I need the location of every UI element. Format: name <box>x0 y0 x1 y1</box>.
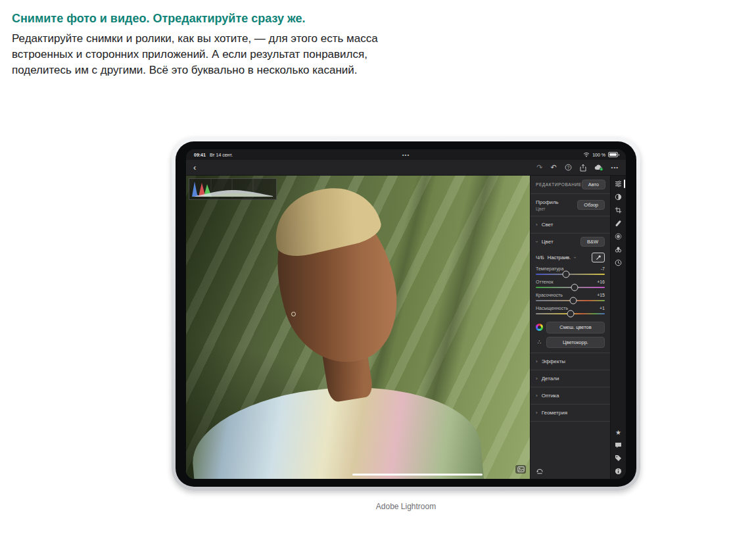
edit-header-row: РЕДАКТИРОВАНИЕ Авто <box>531 176 610 194</box>
chevron-down-icon: › <box>534 241 540 243</box>
undo-icon[interactable]: ↶ <box>550 164 556 171</box>
color-mix-icon[interactable] <box>611 246 626 253</box>
wifi-icon <box>583 152 590 157</box>
page-title: Снимите фото и видео. Отредактируйте сра… <box>12 11 410 26</box>
back-button[interactable]: ‹ <box>193 163 196 172</box>
help-icon[interactable]: ? <box>565 164 572 171</box>
edit-title: РЕДАКТИРОВАНИЕ <box>536 182 582 187</box>
healing-brush-icon[interactable] <box>611 220 626 227</box>
section-effects[interactable]: › Эффекты <box>531 353 610 370</box>
bw-label: Ч/Б <box>536 255 544 260</box>
more-icon[interactable]: ••• <box>611 164 619 170</box>
chevron-right-icon: › <box>536 410 538 416</box>
section-optics[interactable]: › Оптика <box>531 387 610 405</box>
toolbar-actions: ↷ ↶ ? <box>536 164 619 172</box>
section-detail[interactable]: › Детали <box>531 370 610 387</box>
chevron-right-icon: › <box>536 222 538 228</box>
edit-panel: РЕДАКТИРОВАНИЕ Авто Профиль Цвет Обзор ›… <box>530 176 610 479</box>
profile-browse-button[interactable]: Обзор <box>577 200 605 210</box>
app-toolbar: ‹ ↷ ↶ ? <box>186 160 626 176</box>
reset-row <box>531 463 610 479</box>
slider-knob[interactable] <box>567 310 574 318</box>
section-geometry[interactable]: › Геометрия <box>531 405 610 422</box>
redo-icon[interactable]: ↷ <box>536 164 542 171</box>
slider-label: Оттенок <box>536 280 554 284</box>
slider-label: Красочность <box>536 293 563 297</box>
hero-copy: Снимите фото и видео. Отредактируйте сра… <box>12 11 410 78</box>
status-left: 09:41 Вт 14 сент. <box>194 153 233 157</box>
clock: 09:41 <box>194 153 206 157</box>
battery-icon <box>608 152 618 157</box>
color-grading-button[interactable]: Цветокорр. <box>546 337 605 349</box>
slider-knob[interactable] <box>569 297 577 305</box>
color-mix-button[interactable]: Смеш. цветов <box>546 322 605 333</box>
slider-value: +16 <box>597 280 605 284</box>
masking-icon[interactable] <box>611 233 626 240</box>
editor-content: РЕДАКТИРОВАНИЕ Авто Профиль Цвет Обзор ›… <box>186 176 626 479</box>
image-caption: Adobe Lightroom <box>172 502 640 511</box>
profile-row: Профиль Цвет Обзор <box>531 194 610 216</box>
slider-knob[interactable] <box>571 284 578 291</box>
color-wheel-icon <box>536 324 543 331</box>
profile-value: Цвет <box>536 207 559 211</box>
slider-value: +1 <box>600 306 605 310</box>
svg-text:?: ? <box>567 165 569 170</box>
slider-track[interactable] <box>536 287 605 288</box>
filmstrip-toggle-button[interactable] <box>515 465 526 474</box>
vibrance-slider: Красочность +15 <box>536 293 605 301</box>
section-light[interactable]: › Свет <box>531 216 610 234</box>
star-rating-icon[interactable]: ★ <box>611 430 626 436</box>
saturation-slider: Насыщенность +1 <box>536 306 605 314</box>
section-color: › Цвет B&W Ч/Б Настраив. › <box>531 234 610 353</box>
tint-slider: Оттенок +16 <box>536 280 605 288</box>
battery-percent: 100 % <box>592 153 605 157</box>
slider-label: Насыщенность <box>536 306 568 310</box>
temperature-slider: Температура -7 <box>536 266 605 275</box>
cloud-synced-icon[interactable] <box>594 164 603 171</box>
multitask-dots-icon: ••• <box>402 152 410 158</box>
ipad-device: 09:41 Вт 14 сент. ••• 100 % ‹ ↷ <box>172 137 640 491</box>
adjustments-icon[interactable] <box>611 180 626 187</box>
slider-track[interactable] <box>536 274 605 275</box>
chevron-down-icon: › <box>572 257 578 259</box>
bw-mode-row: Ч/Б Настраив. › <box>531 250 610 265</box>
color-section-header[interactable]: › Цвет B&W <box>531 234 610 250</box>
revert-icon[interactable] <box>536 468 544 474</box>
photo-canvas[interactable] <box>186 176 530 479</box>
home-indicator[interactable] <box>352 474 483 476</box>
date: Вт 14 сент. <box>210 153 233 157</box>
chevron-right-icon: › <box>536 358 538 364</box>
slider-track[interactable] <box>536 300 605 301</box>
chevron-right-icon: › <box>536 376 538 382</box>
crop-icon[interactable] <box>611 207 626 214</box>
color-tool-buttons: Смеш. цветов ∴ Цветокорр. <box>531 322 610 353</box>
history-icon[interactable] <box>611 259 626 266</box>
slider-value: -7 <box>601 266 605 271</box>
share-icon[interactable] <box>580 164 586 172</box>
slider-knob[interactable] <box>563 271 570 278</box>
eyedropper-button[interactable] <box>592 253 605 262</box>
slider-label: Температура <box>536 266 563 271</box>
comments-icon[interactable] <box>611 442 626 449</box>
status-right: 100 % <box>583 152 618 157</box>
auto-button[interactable]: Авто <box>582 180 605 190</box>
status-bar: 09:41 Вт 14 сент. ••• 100 % <box>186 149 626 160</box>
presets-icon[interactable] <box>611 193 626 201</box>
page-paragraph: Редактируйте снимки и ролики, как вы хот… <box>12 31 410 78</box>
slider-value: +15 <box>597 293 605 297</box>
chevron-right-icon: › <box>536 393 538 399</box>
subject-earring <box>291 312 296 316</box>
color-sliders: Температура -7 Оттенок +16 <box>531 265 610 322</box>
bw-toggle-button[interactable]: B&W <box>580 237 605 247</box>
info-icon[interactable] <box>611 468 626 475</box>
bw-mode-select[interactable]: Настраив. <box>548 255 571 260</box>
rgb-histogram <box>189 178 277 200</box>
keywords-tag-icon[interactable] <box>611 455 626 462</box>
tool-rail: ★ <box>610 176 626 479</box>
slider-track[interactable] <box>536 313 605 314</box>
lightroom-screen: 09:41 Вт 14 сент. ••• 100 % ‹ ↷ <box>186 149 626 479</box>
color-grading-icon: ∴ <box>536 339 543 346</box>
profile-label: Профиль <box>536 199 559 205</box>
